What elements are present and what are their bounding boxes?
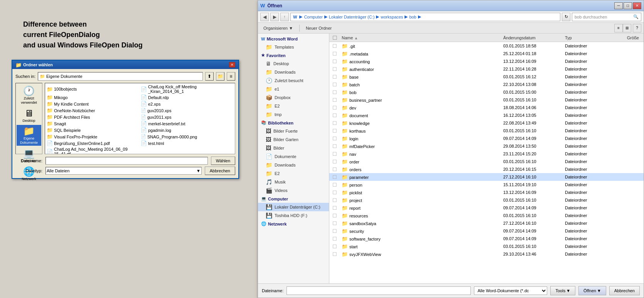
col-size-header[interactable]: Größe [610,35,641,40]
table-row[interactable]: ☐ 📁order 03.01.2015 16:10 Dateiordner [329,158,644,165]
table-row[interactable]: ☐ 📁project 03.01.2015 16:10 Dateiordner [329,196,644,204]
table-row[interactable]: ☐ 📁person 15.11.2014 19:10 Dateiordner [329,181,644,189]
row-checkbox[interactable]: ☐ [332,190,337,195]
old-sidebar-desktop[interactable]: 🖥 Desktop [17,107,41,124]
sidebar-item-desktop[interactable]: 🖥 Desktop [258,59,329,68]
sidebar-item-e2-fav[interactable]: 📁 E2 [258,102,329,110]
row-checkbox[interactable]: ☐ [332,120,337,126]
table-row[interactable]: ☐ 📁bob 03.01.2015 15:00 Dateiordner [329,88,644,96]
table-row[interactable]: ☐ 📁dev 18.08.2014 14:06 Dateiordner [329,104,644,111]
sidebar-item-musik[interactable]: 🎵 Musik [258,178,329,186]
sidebar-item-toshiba[interactable]: 💾 Toshiba HDD (F:) [258,211,329,220]
tools-button[interactable]: Tools ▼ [550,286,575,295]
open-button[interactable]: Öffnen ▼ [578,286,606,295]
list-item[interactable]: 📄e2.xps [140,101,234,107]
row-checkbox[interactable]: ☐ [332,43,337,49]
table-row[interactable]: ☐ 📁korthaus 03.01.2015 16:10 Dateiordner [329,127,644,135]
row-checkbox[interactable]: ☐ [332,182,337,188]
up-button[interactable]: ↑ [280,13,289,21]
table-row[interactable]: ☐ 📁sandboxSatya 27.12.2014 16:10 Dateior… [329,219,644,227]
view-list-button[interactable]: ≡ [614,24,623,32]
refresh-button[interactable]: ↻ [562,13,570,21]
list-item[interactable]: 📄test.html [140,140,234,146]
table-row[interactable]: ☐ 📁svyJFXWebView 29.10.2014 13:46 Dateio… [329,250,644,258]
old-file-list[interactable]: 📁100bobjects 📄ChatLog Kick_off Meeting _… [45,83,235,154]
sidebar-item-tmp[interactable]: 📁 tmp [258,110,329,119]
table-row[interactable]: ☐ 📁batch 22.10.2014 13:08 Dateiordner [329,81,644,88]
filetype-select[interactable]: Alle Word-Dokumente (*.dc [474,286,547,295]
sidebar-item-recent[interactable]: 🕐 Zuletzt besucht [258,76,329,85]
table-row[interactable]: ☐ 📁accounting 13.12.2014 16:09 Dateiordn… [329,57,644,65]
sidebar-item-downloads-lib[interactable]: 📁 Downloads [258,161,329,169]
col-name-header[interactable]: Name ▲ [340,35,502,40]
file-list-body[interactable]: ☐ 📁.git 03.01.2015 18:58 Dateiordner ☐ 📁… [329,42,644,283]
old-abbrechen-button[interactable]: Abbrechen [205,167,235,175]
table-row[interactable]: ☐ 📁base 03.01.2015 16:12 Dateiordner [329,73,644,81]
sidebar-item-downloads-fav[interactable]: 📁 Downloads [258,68,329,76]
list-item[interactable]: 📁Snagit [46,120,140,127]
row-checkbox[interactable]: ☐ [332,221,337,226]
sidebar-libraries-header[interactable]: 📚 Bibliotheken [258,119,329,127]
sidebar-item-bilder[interactable]: 🖼 Bilder [258,144,329,152]
minimize-button[interactable]: ─ [614,2,623,9]
old-sidebar-mydocs[interactable]: 📁 Eigene Dokumente [17,125,41,146]
list-item[interactable]: 📄Begrüßung_ElsterOnline1.pdf [46,140,140,146]
new-cancel-button[interactable]: Abbrechen [609,286,640,295]
close-button[interactable]: ✕ [633,2,641,9]
table-row[interactable]: ☐ 📁nav 23.11.2014 15:20 Dateiordner [329,150,644,158]
list-item[interactable]: 📄Default.rdp [140,94,234,101]
row-checkbox[interactable]: ☐ [332,251,337,257]
row-checkbox[interactable]: ☐ [332,197,337,203]
old-new-folder-button[interactable]: 📁 [216,72,224,81]
row-checkbox[interactable]: ☐ [332,113,337,118]
row-checkbox[interactable]: ☐ [332,82,337,88]
sidebar-item-bilder-garten[interactable]: 🖼 Bilder Garten [258,135,329,144]
row-checkbox[interactable]: ☐ [332,51,337,57]
list-item[interactable]: 📁Visual FoxPro-Projekte [46,133,140,140]
sidebar-network-header[interactable]: 🌐 Netzwerk [258,220,329,228]
row-checkbox[interactable]: ☐ [332,151,337,157]
col-date-header[interactable]: Änderungsdatum [502,35,563,40]
sidebar-item-e1[interactable]: 📁 e1 [258,85,329,93]
table-row[interactable]: ☐ 📁parameter 27.12.2014 16:10 Dateiordne… [329,173,644,181]
row-checkbox[interactable]: ☐ [332,159,337,165]
view-details-button[interactable]: ⊞ [623,24,631,32]
row-checkbox[interactable]: ☐ [332,143,337,149]
table-row[interactable]: ☐ 📁security 09.07.2014 14:09 Dateiordner [329,227,644,235]
row-checkbox[interactable]: ☐ [332,136,337,141]
row-checkbox[interactable]: ☐ [332,105,337,111]
row-checkbox[interactable]: ☐ [332,74,337,80]
table-row[interactable]: ☐ 📁document 16.12.2014 13:05 Dateiordner [329,111,644,119]
list-item[interactable]: 📄guv2010.xps [140,107,234,114]
table-row[interactable]: ☐ 📁mfDatePicker 29.08.2014 13:50 Dateior… [329,142,644,150]
old-path-dropdown[interactable]: 📁 Eigene Dokumente [38,72,203,81]
table-row[interactable]: ☐ 📁authenticator 22.11.2014 16:28 Dateio… [329,65,644,73]
row-checkbox[interactable]: ☐ [332,205,337,211]
sidebar-favorites-header[interactable]: ★ Favoriten [258,51,329,59]
list-item[interactable]: 📁OneNote-Notizbücher [46,107,140,114]
maximize-button[interactable]: □ [624,2,632,9]
list-item[interactable]: 📄SNAG_Program-0000.png [140,133,234,140]
row-checkbox[interactable]: ☐ [332,236,337,242]
back-button[interactable]: ◀ [260,13,269,21]
sidebar-item-local-disk[interactable]: 💾 Lokaler Datenträger (C:) [258,203,329,211]
list-item[interactable]: 📁100bobjects [46,84,140,94]
table-row[interactable]: ☐ 📁.git 03.01.2015 18:58 Dateiordner [329,42,644,50]
row-checkbox[interactable]: ☐ [332,174,337,180]
row-checkbox[interactable]: ☐ [332,66,337,72]
new-folder-button[interactable]: Neuer Ordner [303,25,335,31]
old-wahlen-button[interactable]: Wählen [211,157,235,165]
row-checkbox[interactable]: ☐ [332,228,337,234]
row-checkbox[interactable]: ☐ [332,213,337,219]
sidebar-computer-header[interactable]: 💻 Computer [258,195,329,203]
row-checkbox[interactable]: ☐ [332,167,337,172]
list-item[interactable]: 📄merkel-leserbrief.txt [140,120,234,127]
col-type-header[interactable]: Typ [563,35,610,40]
list-item[interactable]: 📁Mikogo [46,94,140,101]
new-filename-input[interactable] [287,286,471,295]
forward-button[interactable]: ▶ [270,13,279,21]
old-view-button[interactable]: ≡ [227,72,235,81]
table-row[interactable]: ☐ 📁resources 03.01.2015 16:10 Dateiordne… [329,212,644,219]
list-item[interactable]: 📁PDF Architect Files [46,114,140,120]
table-row[interactable]: ☐ 📁report 09.07.2014 14:09 Dateiordner [329,204,644,212]
